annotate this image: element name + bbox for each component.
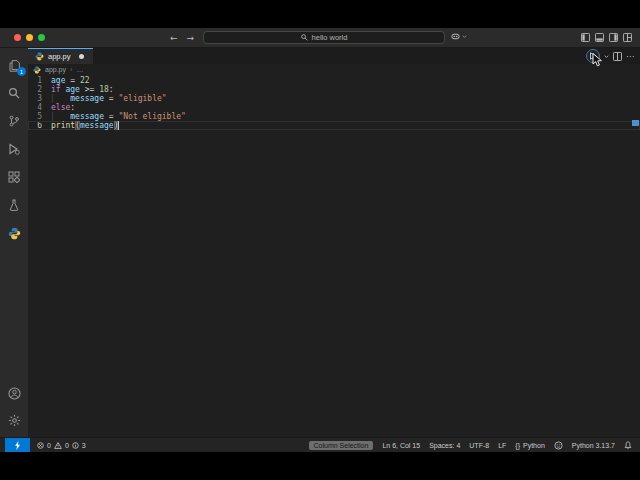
toggle-primary-sidebar-icon[interactable] [581,33,590,42]
testing-flask-icon [8,199,20,211]
account-icon [8,387,21,400]
settings-menu[interactable] [5,411,23,429]
sidebar-item-search[interactable] [5,84,23,102]
code-line[interactable]: 3 message = "eligible" [28,94,640,103]
copilot-status-icon[interactable] [554,441,563,450]
code-line[interactable]: 5 message = "Not eligible" [28,112,640,121]
minimize-window-button[interactable] [26,34,33,41]
eol-setting[interactable]: LF [498,442,506,449]
braces-icon: {} [515,442,520,449]
editor-group: app.py ⋯ app.py › … 1age = 222if [28,48,640,437]
line-number: 3 [28,94,42,103]
sidebar-item-source-control[interactable] [5,112,23,130]
maximize-window-button[interactable] [38,34,45,41]
code-token: print [51,121,75,130]
code-token: 18 [99,85,109,94]
customize-layout-icon[interactable] [623,33,632,42]
error-count: 0 [47,442,51,449]
notifications-bell-icon[interactable] [624,441,632,450]
accounts-menu[interactable] [5,384,23,402]
toggle-secondary-sidebar-icon[interactable] [609,33,618,42]
line-number: 4 [28,103,42,112]
copilot-menu[interactable] [451,32,467,41]
code-token: = [104,94,118,103]
code-lines[interactable]: 1age = 222if age >= 18:3 message = "elig… [28,75,640,437]
cursor-position[interactable]: Ln 6, Col 15 [382,442,420,449]
breadcrumb-separator: › [70,66,72,73]
sidebar-item-testing[interactable] [5,196,23,214]
remote-lightning-icon [14,441,21,450]
sidebar-item-run-debug[interactable] [5,140,23,158]
split-editor-icon[interactable] [613,52,622,61]
line-number: 6 [28,121,42,130]
remote-indicator[interactable] [5,438,30,452]
tab-bar: app.py ⋯ [28,48,640,64]
code-token: = [65,76,79,85]
code-line[interactable]: 4else: [28,103,640,112]
overview-ruler-cursor-marker [632,120,639,126]
source-control-icon [8,115,20,127]
code-token: : [109,85,114,94]
line-content: else: [51,103,75,112]
indent-guide [52,94,53,103]
navigate-forward-icon[interactable]: → [187,33,195,43]
code-line[interactable]: 6print(message) [28,121,640,130]
breadcrumb-file[interactable]: app.py [45,66,66,73]
search-icon [301,34,308,41]
indentation-setting[interactable]: Spaces: 4 [429,442,460,449]
explorer-badge: 1 [17,67,26,76]
language-label: Python [523,442,545,449]
breadcrumb[interactable]: app.py › … [28,64,640,75]
line-number: 2 [28,85,42,94]
sidebar-item-explorer[interactable]: 1 [5,56,23,74]
code-token [51,112,70,121]
code-token: message [80,121,114,130]
code-token: "Not eligible" [118,112,185,121]
code-token [51,94,70,103]
code-token: : [70,103,75,112]
sidebar-item-extensions[interactable] [5,168,23,186]
language-mode[interactable]: {} Python [515,442,544,449]
problems-summary[interactable]: 0 0 3 [37,442,86,449]
breadcrumb-symbol[interactable]: … [76,66,83,73]
command-center-text: hello world [312,33,348,42]
column-selection-mode[interactable]: Column Selection [309,441,374,450]
info-count: 3 [82,442,86,449]
tab-app-py[interactable]: app.py [28,48,93,64]
copilot-icon [451,32,460,41]
python-interpreter[interactable]: Python 3.13.7 [572,442,615,449]
mouse-cursor [592,53,603,67]
error-icon [37,442,44,449]
warning-icon [54,442,62,449]
sidebar-item-python[interactable] [5,224,23,242]
window-controls [14,34,45,41]
code-token: else [51,103,70,112]
line-content: if age >= 18: [51,85,114,94]
status-bar: 0 0 3 Column Selection Ln 6, Col 15 Spac… [0,437,640,452]
code-line[interactable]: 2if age >= 18: [28,85,640,94]
navigate-back-icon[interactable]: ← [170,33,178,43]
text-cursor [118,121,119,130]
activity-bar: 1 [0,48,28,437]
code-token: message [70,112,104,121]
line-number: 5 [28,112,42,121]
code-line[interactable]: 1age = 22 [28,76,640,85]
close-window-button[interactable] [14,34,21,41]
extensions-icon [8,171,20,183]
gear-icon [8,414,21,427]
run-debug-icon [8,143,20,155]
python-icon [35,52,44,61]
encoding-setting[interactable]: UTF-8 [469,442,489,449]
info-icon [72,442,79,449]
code-token: age [51,76,65,85]
more-actions-icon[interactable]: ⋯ [626,52,634,61]
title-bar: ← → hello world [0,28,640,48]
command-center-search[interactable]: hello world [203,31,445,44]
python-icon [33,66,41,74]
toggle-panel-icon[interactable] [595,33,604,42]
run-dropdown-chevron-icon[interactable] [604,54,609,59]
modified-indicator-icon[interactable] [79,54,84,59]
python-icon [8,227,21,240]
tab-label: app.py [48,52,71,61]
line-number: 1 [28,76,42,85]
